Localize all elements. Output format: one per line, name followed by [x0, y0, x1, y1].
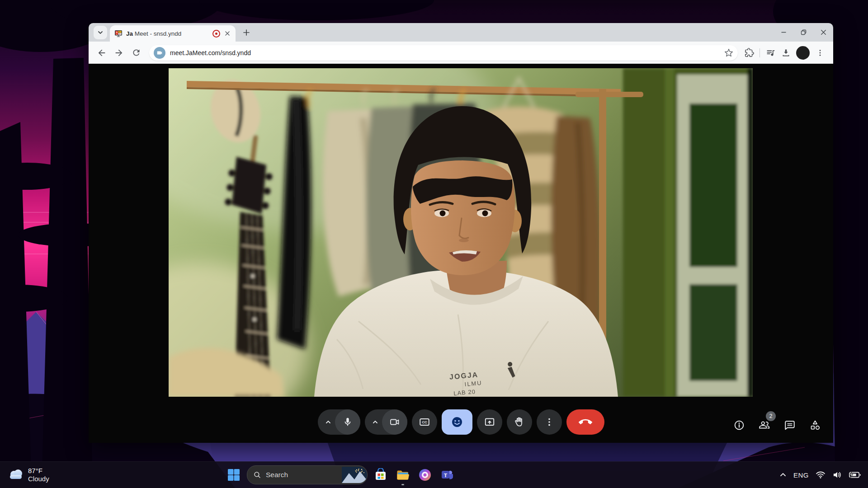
- participants-count-badge: 2: [766, 411, 776, 421]
- battery-icon[interactable]: [849, 471, 861, 479]
- reactions-button[interactable]: [442, 409, 472, 435]
- window-controls: [774, 23, 833, 42]
- close-button[interactable]: [813, 23, 833, 42]
- chevron-up-icon: [372, 419, 378, 425]
- restore-icon: [801, 29, 807, 35]
- url-text: meet.JaMeet.com/snsd.yndd: [170, 49, 720, 56]
- media-queue-icon: [766, 48, 775, 57]
- tab-close-icon[interactable]: [224, 30, 231, 37]
- wifi-icon[interactable]: [816, 471, 826, 479]
- tab-search-button[interactable]: [94, 26, 107, 39]
- bookmark-star-icon[interactable]: [724, 48, 733, 57]
- end-call-button[interactable]: [566, 409, 604, 435]
- kebab-menu-icon: [816, 49, 824, 57]
- videocam-icon: [156, 50, 163, 56]
- running-indicator: [401, 484, 404, 485]
- end-call-icon: [579, 415, 592, 429]
- chevron-down-icon: [98, 30, 103, 35]
- download-icon: [781, 48, 791, 57]
- taskbar-search[interactable]: Search: [247, 465, 368, 484]
- weather-temperature: 87°F: [28, 467, 49, 475]
- meeting-panel-icons: 2: [733, 419, 821, 431]
- new-tab-button[interactable]: [240, 26, 253, 39]
- minimize-icon: [781, 29, 787, 35]
- media-controls-button[interactable]: [763, 45, 778, 61]
- store-icon: [374, 468, 387, 482]
- mic-button[interactable]: [335, 409, 360, 435]
- profile-avatar[interactable]: [796, 46, 810, 60]
- forward-arrow-icon: [114, 48, 124, 58]
- toolbar-divider: [760, 48, 760, 57]
- activities-icon: [809, 419, 821, 431]
- svg-text:CC: CC: [422, 420, 427, 424]
- start-button[interactable]: [225, 466, 243, 484]
- meet-content: JOGJA ILMU LAB 20: [89, 64, 833, 443]
- back-arrow-icon: [97, 48, 107, 58]
- recording-indicator-icon: [212, 30, 220, 38]
- browser-window: Ja Meet - snsd.yndd: [89, 23, 833, 443]
- video-call-grid-favicon: [114, 29, 123, 38]
- svg-text:T: T: [444, 473, 447, 478]
- browser-menu-button[interactable]: [812, 45, 828, 61]
- system-tray: ENG: [776, 462, 864, 488]
- weather-widget[interactable]: 87°F Cloudy: [5, 462, 53, 488]
- microsoft-store-button[interactable]: [372, 466, 390, 484]
- more-options-button[interactable]: [537, 409, 562, 435]
- speaker-icon[interactable]: [832, 471, 842, 479]
- forward-button[interactable]: [111, 45, 127, 61]
- cloud-icon: [8, 469, 24, 481]
- chat-icon: [784, 419, 796, 431]
- copilot-button[interactable]: [416, 466, 434, 484]
- info-icon: [733, 419, 745, 431]
- meeting-info-button[interactable]: [733, 419, 745, 431]
- search-highlight-thumbnail[interactable]: [342, 467, 367, 483]
- mic-options-button[interactable]: [321, 419, 335, 425]
- tab-strip: Ja Meet - snsd.yndd: [89, 23, 833, 42]
- participant-video: JOGJA ILMU LAB 20: [169, 68, 753, 397]
- camera-options-button[interactable]: [368, 419, 382, 425]
- site-camera-badge[interactable]: [154, 47, 165, 59]
- captions-icon: CC: [419, 416, 430, 428]
- mic-icon: [343, 417, 353, 427]
- puzzle-icon: [745, 48, 754, 57]
- restore-button[interactable]: [793, 23, 813, 42]
- chevron-up-icon: [325, 419, 331, 425]
- captions-button[interactable]: CC: [412, 409, 437, 435]
- chat-button[interactable]: [784, 419, 796, 431]
- activities-button[interactable]: [809, 419, 821, 431]
- reload-button[interactable]: [128, 45, 144, 61]
- browser-tab[interactable]: Ja Meet - snsd.yndd: [110, 25, 236, 42]
- search-placeholder: Search: [266, 471, 342, 479]
- participants-button[interactable]: 2: [759, 419, 770, 431]
- file-explorer-button[interactable]: [394, 466, 412, 484]
- file-explorer-icon: [396, 468, 410, 482]
- raise-hand-button[interactable]: [507, 409, 532, 435]
- camera-control-group: [365, 409, 407, 435]
- smiley-icon: [450, 415, 464, 429]
- raise-hand-icon: [514, 416, 525, 428]
- taskbar-center: Search: [225, 462, 456, 488]
- plus-icon: [243, 29, 250, 36]
- tab-title: Ja Meet - snsd.yndd: [126, 30, 209, 37]
- extensions-button[interactable]: [741, 45, 757, 61]
- windows-start-icon: [227, 468, 241, 482]
- taskbar: 87°F Cloudy Search: [0, 461, 868, 488]
- tray-chevron-icon[interactable]: [779, 471, 787, 479]
- downloads-button[interactable]: [778, 45, 793, 61]
- copilot-icon: [418, 468, 432, 482]
- mic-control-group: [318, 409, 360, 435]
- weather-text: 87°F Cloudy: [28, 467, 49, 483]
- close-icon: [821, 29, 826, 35]
- present-screen-button[interactable]: [477, 409, 502, 435]
- more-options-icon: [544, 417, 554, 427]
- back-button[interactable]: [94, 45, 109, 61]
- teams-button[interactable]: T: [438, 466, 456, 484]
- minimize-button[interactable]: [774, 23, 793, 42]
- address-bar[interactable]: meet.JaMeet.com/snsd.yndd: [149, 45, 738, 61]
- videocam-icon: [389, 417, 400, 427]
- teams-icon: T: [440, 468, 454, 482]
- door-background: [623, 68, 753, 397]
- camera-button[interactable]: [382, 409, 407, 435]
- language-indicator[interactable]: ENG: [793, 471, 809, 479]
- weather-condition: Cloudy: [28, 475, 49, 483]
